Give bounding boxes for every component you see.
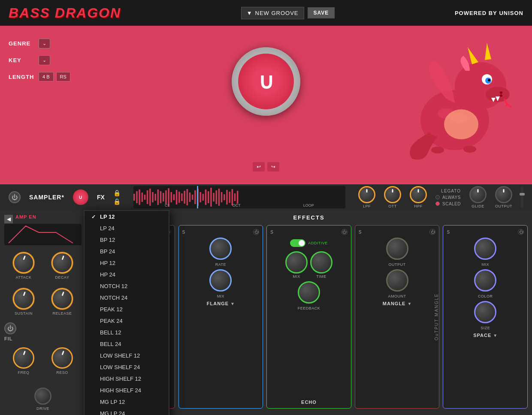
- echo-power[interactable]: ⏻: [342, 229, 348, 235]
- space-size-knob[interactable]: [474, 301, 496, 323]
- filter-item-label: BP 24: [100, 248, 115, 255]
- filter-item-mglp24[interactable]: MG LP 24: [85, 408, 169, 415]
- filter-item-lp12[interactable]: ✓ LP 12: [85, 211, 169, 223]
- instrument-knobs: LPF OTT HPF: [358, 186, 427, 208]
- left-nav-arrow[interactable]: ◀: [4, 215, 13, 223]
- sustain-knob[interactable]: [13, 288, 34, 310]
- filter-item-notch24[interactable]: NOTCH 24: [85, 292, 169, 304]
- echo-time-knob[interactable]: [310, 251, 332, 274]
- fil-label: FIL: [4, 336, 82, 341]
- filter-item-hp12[interactable]: HP 12: [85, 257, 169, 269]
- filter-item-notch12[interactable]: NOTCH 12: [85, 280, 169, 292]
- preset-name: NEW GROOVE: [255, 10, 299, 16]
- filter-item-mglp12[interactable]: MG LP 12: [85, 396, 169, 408]
- svg-point-16: [500, 94, 502, 97]
- filter-item-label: NOTCH 24: [100, 295, 127, 301]
- mangle-output-knob[interactable]: [386, 238, 408, 260]
- filter-item-bell12[interactable]: BELL 12: [85, 327, 169, 338]
- filter-dropdown-overlay: ✓ LP 12 LP 24 BP 12 BP 24 HP 12: [84, 210, 169, 415]
- filter-item-peak12[interactable]: PEAK 12: [85, 304, 169, 315]
- synth-button[interactable]: ∪: [73, 189, 88, 205]
- key-dropdown[interactable]: ⌄: [39, 55, 50, 65]
- power-button[interactable]: ⏻: [9, 191, 21, 203]
- filter-item-lp24[interactable]: LP 24: [85, 223, 169, 234]
- echo-solo[interactable]: S: [270, 230, 273, 235]
- output-slider[interactable]: [521, 186, 523, 208]
- mangle-dropdown-arrow[interactable]: ▼: [407, 301, 411, 306]
- space-dropdown-arrow[interactable]: ▼: [493, 333, 497, 338]
- freq-knob[interactable]: [13, 347, 34, 369]
- echo-mix-knob[interactable]: [285, 251, 308, 274]
- space-solo[interactable]: S: [447, 230, 450, 235]
- length-value[interactable]: 4 B: [39, 72, 54, 81]
- bars-value[interactable]: RS: [56, 72, 70, 81]
- svg-rect-25: [154, 194, 156, 201]
- save-button[interactable]: SAVE: [308, 7, 335, 18]
- ott-knob[interactable]: [384, 186, 401, 203]
- echo-time-label: TIME: [316, 274, 326, 279]
- waveform-display[interactable]: C1 OCT LOOP: [133, 186, 345, 208]
- svg-rect-20: [141, 192, 143, 202]
- filter-item-bp24[interactable]: BP 24: [85, 246, 169, 257]
- scaled-radio[interactable]: [435, 201, 440, 206]
- filter-item-peak24[interactable]: PEAK 24: [85, 315, 169, 327]
- mangle-name: MANGLE: [383, 301, 406, 306]
- sustain-knob-group: SUSTAIN: [9, 288, 39, 316]
- glide-knob[interactable]: [469, 186, 487, 203]
- filter-item-lowshelf24[interactable]: LOW SHELF 24: [85, 361, 169, 373]
- header: BASS DRAGON ▼ NEW GROOVE SAVE POWERED BY…: [0, 0, 532, 26]
- undo-button[interactable]: ↩: [253, 162, 265, 171]
- center-logo-button[interactable]: ∪: [232, 47, 300, 116]
- svg-rect-26: [157, 189, 159, 205]
- filter-item-bp12[interactable]: BP 12: [85, 234, 169, 246]
- reso-knob[interactable]: [51, 347, 73, 369]
- lpf-knob[interactable]: [358, 186, 375, 203]
- flange-power[interactable]: ⏻: [253, 229, 259, 235]
- header-center: ▼ NEW GROOVE SAVE: [241, 7, 335, 19]
- flange-name-row: FLANGE ▼: [207, 301, 235, 306]
- space-color-knob[interactable]: [474, 269, 496, 292]
- decay-knob[interactable]: [51, 252, 73, 274]
- svg-marker-6: [468, 47, 478, 64]
- reso-knob-group: RESO: [47, 347, 77, 375]
- filter-item-highshelf12[interactable]: HIGH SHELF 12: [85, 373, 169, 385]
- svg-rect-22: [147, 190, 148, 204]
- filter-item-label: LP 24: [100, 225, 115, 232]
- undo-redo-buttons: ↩ ↪: [253, 162, 279, 171]
- hpf-knob[interactable]: [410, 186, 427, 203]
- additive-toggle[interactable]: [290, 239, 305, 247]
- filter-item-bell24[interactable]: BELL 24: [85, 338, 169, 350]
- svg-rect-52: [226, 190, 228, 204]
- mangle-amount-knob[interactable]: [386, 269, 408, 292]
- lpf-label: LPF: [363, 204, 371, 208]
- genre-dropdown[interactable]: ⌄: [39, 39, 50, 48]
- space-header: S ⏻: [447, 229, 524, 235]
- glide-label: GLIDE: [472, 204, 484, 208]
- flange-solo[interactable]: S: [182, 230, 185, 235]
- release-knob[interactable]: [51, 288, 73, 310]
- preset-dropdown[interactable]: ▼ NEW GROOVE: [241, 7, 304, 19]
- filter-power-button[interactable]: ⏻: [4, 322, 16, 334]
- space-mix-knob[interactable]: [474, 238, 496, 260]
- instrument-section: ⏻ SAMPLER* ∪ FX 🔒 🔒: [0, 184, 532, 210]
- filter-item-highshelf24[interactable]: HIGH SHELF 24: [85, 385, 169, 396]
- svg-rect-43: [202, 194, 204, 201]
- attack-knob[interactable]: [13, 252, 34, 274]
- flange-rate-knob[interactable]: [209, 238, 232, 260]
- echo-feedback-knob[interactable]: [298, 281, 320, 304]
- powered-by-label: POWERED BY UNISON: [455, 10, 523, 16]
- length-row: LENGTH 4 B RS: [9, 72, 77, 81]
- space-power[interactable]: ⏻: [518, 229, 524, 235]
- filter-item-hp24[interactable]: HP 24: [85, 269, 169, 280]
- drive-knob-area: DRIVE: [34, 388, 51, 411]
- space-mix-label: MIX: [481, 262, 489, 267]
- flange-dropdown-arrow[interactable]: ▼: [230, 301, 235, 306]
- filter-item-lowshelf12[interactable]: LOW SHELF 12: [85, 350, 169, 361]
- output-knob[interactable]: [495, 186, 512, 203]
- mangle-solo[interactable]: S: [359, 230, 362, 235]
- redo-button[interactable]: ↪: [267, 162, 279, 171]
- flange-mix-knob[interactable]: [209, 269, 232, 292]
- drive-knob[interactable]: [34, 388, 51, 405]
- always-radio[interactable]: [435, 195, 440, 199]
- mangle-name-row: MANGLE ▼: [383, 301, 412, 306]
